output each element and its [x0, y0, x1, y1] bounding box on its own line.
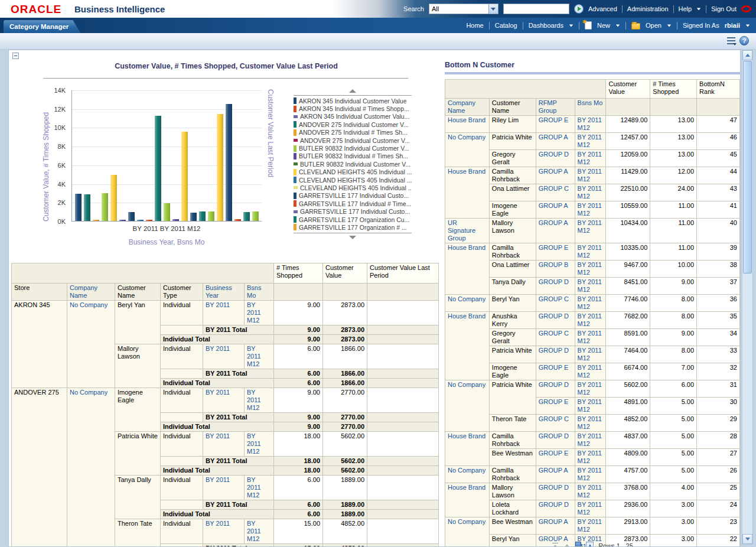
table-link-cell[interactable]: GROUP E	[536, 363, 575, 380]
scrollbar-thumb[interactable]	[743, 61, 752, 274]
administration-link[interactable]: Administration	[627, 5, 669, 12]
bar[interactable]	[252, 211, 259, 221]
dimension-column-header[interactable]: Bsns Mo	[245, 284, 274, 301]
catalog-link[interactable]: Catalog	[495, 22, 517, 29]
search-go-button[interactable]	[574, 4, 584, 14]
table-link-cell[interactable]: BY 2011 M12	[575, 312, 606, 329]
table-link-cell[interactable]: BY 2011	[203, 519, 245, 544]
bar[interactable]	[190, 213, 197, 221]
table-link-cell[interactable]: GROUP A	[536, 201, 575, 219]
table-link-cell[interactable]: GROUP E	[536, 398, 575, 415]
table-link-cell[interactable]: BY 2011 M12	[245, 388, 274, 413]
table-link-cell[interactable]: BY 2011 M12	[575, 278, 606, 295]
table-link-cell[interactable]: GROUP D	[536, 150, 575, 167]
table-link-cell[interactable]: GROUP C	[536, 184, 575, 201]
table-link-cell[interactable]: BY 2011 M12	[575, 201, 606, 219]
dimension-column-header[interactable]: RFMP Group	[536, 99, 575, 116]
table-link-cell[interactable]: BY 2011 M12	[575, 517, 606, 535]
page-icon[interactable]	[575, 542, 581, 547]
home-link[interactable]: Home	[466, 22, 483, 29]
bar[interactable]	[181, 132, 188, 221]
chevron-down-icon[interactable]	[667, 24, 671, 27]
table-link-cell[interactable]: House Brand	[445, 312, 490, 380]
table-link-cell[interactable]: No Company	[67, 388, 115, 547]
dashboards-menu[interactable]: Dashboards	[529, 22, 563, 29]
table-link-cell[interactable]: No Company	[445, 466, 490, 483]
table-link-cell[interactable]: GROUP D	[536, 483, 575, 500]
table-link-cell[interactable]: GROUP E	[536, 243, 575, 261]
table-link-cell[interactable]: BY 2011 M12	[575, 295, 606, 312]
table-link-cell[interactable]: BY 2011 M12	[575, 432, 606, 449]
previous-rows-icon[interactable]	[563, 543, 571, 547]
table-link-cell[interactable]: No Company	[445, 295, 490, 312]
table-link-cell[interactable]: GROUP E	[536, 116, 575, 133]
table-link-cell[interactable]: BY 2011 M12	[575, 363, 606, 380]
table-link-cell[interactable]: GROUP A	[536, 133, 575, 150]
collapse-section-button[interactable]	[12, 53, 19, 59]
sign-out-link[interactable]: Sign Out	[711, 5, 737, 12]
table-link-cell[interactable]: BY 2011 M12	[575, 261, 606, 278]
legend-scroll-down-icon[interactable]	[294, 235, 412, 240]
table-link-cell[interactable]: House Brand	[445, 432, 490, 466]
table-link-cell[interactable]: BY 2011 M12	[575, 398, 606, 415]
bar[interactable]	[110, 175, 117, 221]
table-link-cell[interactable]: BY 2011	[203, 476, 245, 500]
dimension-column-header[interactable]: Business Year	[203, 284, 245, 301]
bar[interactable]	[226, 104, 232, 221]
new-menu[interactable]: New	[597, 22, 610, 29]
bar[interactable]	[208, 211, 214, 221]
bar[interactable]	[172, 219, 179, 221]
table-link-cell[interactable]: House Brand	[445, 116, 490, 133]
bar[interactable]	[155, 116, 161, 221]
bar[interactable]	[164, 203, 170, 221]
table-link-cell[interactable]: GROUP D	[536, 380, 575, 398]
scroll-up-icon[interactable]	[742, 50, 752, 60]
chevron-down-icon[interactable]	[569, 24, 573, 27]
table-link-cell[interactable]: GROUP B	[536, 261, 575, 278]
table-link-cell[interactable]: BY 2011	[203, 344, 245, 369]
scroll-down-icon[interactable]	[742, 534, 752, 544]
bar[interactable]	[75, 194, 82, 221]
table-link-cell[interactable]: BY 2011 M12	[245, 519, 274, 544]
table-link-cell[interactable]: GROUP D	[536, 278, 575, 295]
table-link-cell[interactable]: BY 2011 M12	[575, 346, 606, 363]
table-link-cell[interactable]: BY 2011 M12	[575, 380, 606, 398]
table-link-cell[interactable]: GROUP A	[536, 517, 575, 535]
table-link-cell[interactable]: BY 2011 M12	[575, 415, 606, 432]
open-menu[interactable]: Open	[646, 22, 662, 29]
table-link-cell[interactable]: BY 2011 M12	[575, 116, 606, 133]
bar[interactable]	[93, 220, 99, 221]
table-link-cell[interactable]: House Brand	[445, 483, 490, 517]
advanced-link[interactable]: Advanced	[588, 5, 617, 12]
bar[interactable]	[102, 193, 108, 221]
table-link-cell[interactable]: BY 2011 M12	[575, 167, 606, 184]
username[interactable]: rbiaii	[725, 22, 740, 29]
page-options-icon[interactable]	[727, 37, 735, 44]
table-link-cell[interactable]: BY 2011 M12	[575, 500, 606, 517]
table-link-cell[interactable]: GROUP D	[536, 346, 575, 363]
chevron-down-icon[interactable]	[488, 4, 498, 14]
table-link-cell[interactable]: GROUP A	[536, 466, 575, 483]
more-rows-icon[interactable]	[586, 542, 594, 547]
table-link-cell[interactable]: BY 2011 M12	[575, 133, 606, 150]
help-menu[interactable]: Help	[679, 5, 692, 12]
table-link-cell[interactable]: BY 2011 M12	[575, 329, 606, 346]
table-link-cell[interactable]: BY 2011 M12	[575, 150, 606, 167]
dimension-column-header[interactable]: Bsns Mo	[575, 99, 606, 116]
table-link-cell[interactable]: BY 2011 M12	[245, 301, 274, 325]
table-link-cell[interactable]: BY 2011 M12	[245, 344, 274, 369]
table-link-cell[interactable]: GROUP D	[536, 312, 575, 329]
table-link-cell[interactable]: BY 2011 M12	[575, 243, 606, 261]
bar[interactable]	[119, 220, 126, 221]
chevron-down-icon[interactable]	[746, 24, 750, 27]
legend-scroll-up-icon[interactable]	[294, 88, 412, 94]
table-link-cell[interactable]: GROUP D	[536, 500, 575, 517]
first-rows-icon[interactable]	[552, 543, 559, 547]
table-link-cell[interactable]: No Company	[67, 301, 115, 388]
table-link-cell[interactable]: BY 2011	[203, 432, 245, 457]
table-link-cell[interactable]: House Brand	[445, 243, 490, 295]
tab-category-manager[interactable]: Category Manager	[4, 20, 80, 33]
chevron-down-icon[interactable]	[697, 8, 700, 10]
table-link-cell[interactable]: No Company	[445, 380, 490, 432]
table-link-cell[interactable]: GROUP C	[536, 415, 575, 432]
